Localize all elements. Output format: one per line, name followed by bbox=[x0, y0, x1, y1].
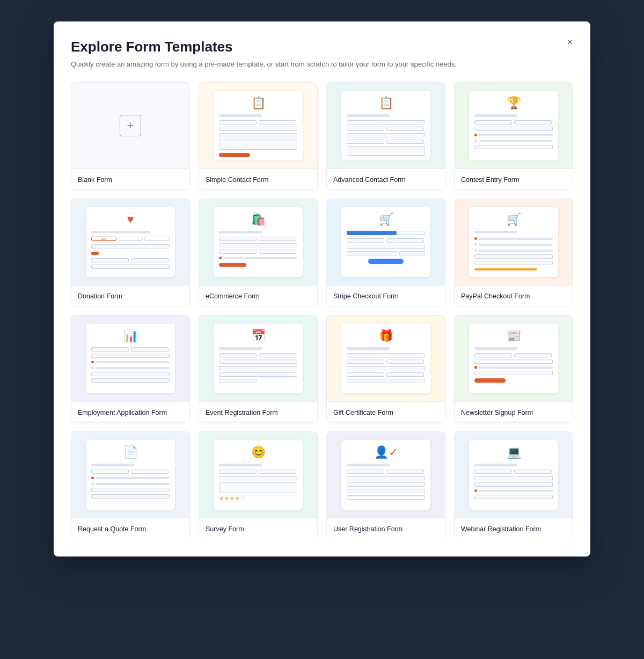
template-card-quote[interactable]: 📄 Request a Quote Form bbox=[71, 431, 190, 539]
template-preview: 🛒 bbox=[455, 199, 573, 285]
template-card-donation[interactable]: ♥️ $10 Donation F bbox=[71, 199, 190, 306]
modal-title: Explore Form Templates bbox=[71, 39, 552, 55]
preview-inner: 👤✓ bbox=[341, 440, 431, 510]
template-footer: Webinar Registration Form bbox=[455, 518, 573, 539]
template-name: Advanced Contact Form bbox=[333, 176, 406, 184]
add-blank-icon: + bbox=[120, 115, 141, 136]
template-name: Request a Quote Form bbox=[78, 525, 146, 533]
cart-icon: 🛒 bbox=[474, 213, 553, 226]
heart-icon: ♥️ bbox=[91, 213, 170, 226]
template-footer: Contest Entry Form bbox=[455, 169, 573, 189]
template-preview: 👤✓ bbox=[327, 432, 445, 518]
template-card-advanced-contact[interactable]: 📋 Advanced Contact Form bbox=[326, 82, 445, 190]
template-footer: Blank Form bbox=[71, 169, 189, 189]
user-icon: 👤✓ bbox=[347, 445, 426, 459]
preview-inner: 📰 bbox=[469, 324, 559, 393]
preview-inner: 📋 bbox=[341, 91, 431, 160]
modal-header: Explore Form Templates Quickly create an… bbox=[71, 39, 573, 69]
gift-icon: 🎁 bbox=[347, 329, 426, 343]
template-footer: Donation Form bbox=[71, 285, 189, 306]
template-name: PayPal Checkout Form bbox=[461, 292, 530, 300]
document-icon: 📄 bbox=[91, 445, 170, 459]
cart-icon: 🛒 bbox=[347, 213, 426, 226]
preview-inner: 📄 bbox=[86, 440, 175, 510]
template-name: Newsletter Signup Form bbox=[461, 409, 533, 416]
template-name: User Registration Form bbox=[333, 525, 402, 533]
template-name: Event Registration Form bbox=[206, 409, 278, 416]
template-card-simple-contact[interactable]: 📋 Simple Contact Form bbox=[199, 82, 318, 190]
preview-inner: 😊 ★★★★☆ bbox=[214, 440, 303, 510]
template-card-gift-certificate[interactable]: 🎁 Gift Certificate Form bbox=[326, 315, 445, 423]
template-preview: 🛒 bbox=[327, 199, 445, 285]
template-card-user-registration[interactable]: 👤✓ User Registration Form bbox=[326, 431, 445, 539]
form-icon: 📋 bbox=[347, 96, 426, 110]
template-footer: Employment Application Form bbox=[71, 401, 189, 422]
newspaper-icon: 📰 bbox=[474, 329, 553, 343]
template-card-survey[interactable]: 😊 ★★★★☆ Survey Form bbox=[199, 431, 318, 539]
template-preview: 📊 bbox=[71, 316, 189, 401]
template-preview: 😊 ★★★★☆ bbox=[199, 432, 317, 518]
template-card-stripe[interactable]: 🛒 bbox=[326, 199, 445, 306]
template-card-newsletter[interactable]: 📰 Newsletter Signup Form bbox=[454, 315, 573, 423]
smiley-icon: 😊 bbox=[219, 445, 298, 459]
template-footer: Simple Contact Form bbox=[199, 169, 317, 189]
template-preview: 📋 bbox=[199, 83, 317, 169]
template-card-employment[interactable]: 📊 Employment Application Form bbox=[71, 315, 190, 423]
shop-icon: 🛍️ bbox=[219, 213, 298, 226]
template-footer: Event Registration Form bbox=[199, 401, 317, 422]
modal-subtitle: Quickly create an amazing form by using … bbox=[71, 60, 552, 69]
preview-inner: 🛒 bbox=[469, 207, 559, 277]
template-card-ecommerce[interactable]: 🛍️ bbox=[199, 199, 318, 306]
preview-inner: 📋 bbox=[214, 91, 303, 160]
template-preview: 💻 bbox=[455, 432, 573, 518]
preview-inner: 📅 bbox=[214, 324, 303, 393]
template-card-webinar[interactable]: 💻 Webinar Registration Form bbox=[454, 431, 573, 539]
preview-inner: 🛒 bbox=[341, 207, 431, 277]
template-name: Contest Entry Form bbox=[461, 176, 519, 184]
template-footer: Stripe Checkout Form bbox=[327, 285, 445, 306]
template-footer: PayPal Checkout Form bbox=[455, 285, 573, 306]
template-name: Webinar Registration Form bbox=[461, 525, 541, 533]
template-name: Stripe Checkout Form bbox=[333, 292, 399, 300]
preview-inner: ♥️ $10 bbox=[86, 207, 175, 277]
template-name: Blank Form bbox=[78, 176, 112, 184]
template-card-contest-entry[interactable]: 🏆 bbox=[454, 82, 573, 190]
modal: × Explore Form Templates Quickly create … bbox=[54, 21, 590, 557]
template-preview: 🎁 bbox=[327, 316, 445, 401]
template-preview: 🏆 bbox=[455, 83, 573, 169]
template-name: Survey Form bbox=[206, 525, 244, 533]
template-preview: 📄 bbox=[71, 432, 189, 518]
template-preview: 📅 bbox=[199, 316, 317, 401]
preview-inner: 💻 bbox=[469, 440, 559, 510]
template-preview: ♥️ $10 bbox=[71, 199, 189, 285]
preview-inner: 🛍️ bbox=[214, 207, 303, 277]
close-button[interactable]: × bbox=[562, 34, 577, 49]
stars: ★★★★☆ bbox=[219, 495, 298, 501]
template-card-blank[interactable]: + Blank Form bbox=[71, 82, 190, 190]
template-footer: Gift Certificate Form bbox=[327, 401, 445, 422]
template-preview: 📋 bbox=[327, 83, 445, 169]
template-name: Donation Form bbox=[78, 292, 122, 300]
preview-inner: 📊 bbox=[86, 324, 175, 393]
template-name: Employment Application Form bbox=[78, 409, 167, 416]
template-name: Simple Contact Form bbox=[206, 176, 268, 184]
template-name: Gift Certificate Form bbox=[333, 409, 393, 416]
preview-inner: 🏆 bbox=[469, 91, 559, 160]
template-footer: Request a Quote Form bbox=[71, 518, 189, 539]
template-preview: 🛍️ bbox=[199, 199, 317, 285]
template-footer: Advanced Contact Form bbox=[327, 169, 445, 189]
template-footer: Newsletter Signup Form bbox=[455, 401, 573, 422]
template-footer: eCommerce Form bbox=[199, 285, 317, 306]
form-icon: 📋 bbox=[219, 96, 298, 110]
templates-grid: + Blank Form 📋 bbox=[71, 82, 573, 539]
template-card-paypal[interactable]: 🛒 PayPal Checkout Form bbox=[454, 199, 573, 306]
preview-inner: 🎁 bbox=[341, 324, 431, 393]
template-preview: + bbox=[71, 83, 189, 169]
trophy-icon: 🏆 bbox=[474, 96, 553, 110]
template-card-event[interactable]: 📅 Event Registration Form bbox=[199, 315, 318, 423]
monitor-icon: 💻 bbox=[474, 445, 553, 459]
template-footer: User Registration Form bbox=[327, 518, 445, 539]
calendar-icon: 📅 bbox=[219, 329, 298, 343]
template-footer: Survey Form bbox=[199, 518, 317, 539]
template-name: eCommerce Form bbox=[206, 292, 260, 300]
